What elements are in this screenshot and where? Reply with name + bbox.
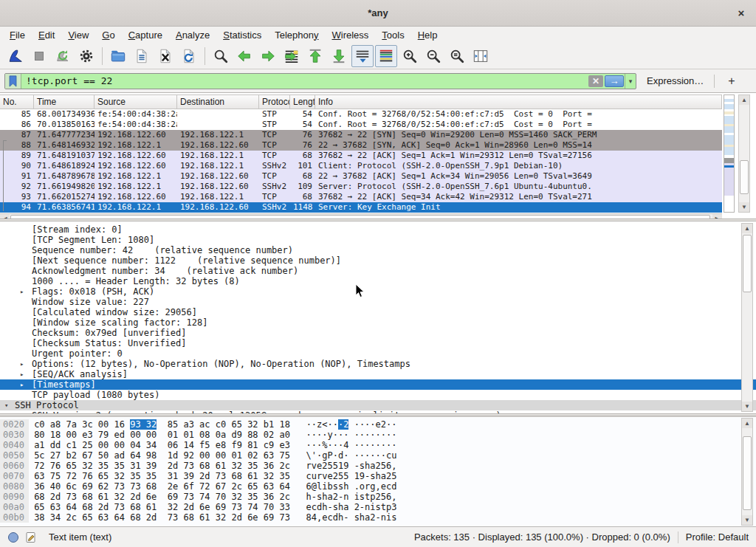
packet-row-85[interactable]: 8568.001734936fe:54:00:d4:38:2aSTP54Conf… [0,109,722,120]
column-header-time[interactable]: Time [34,95,94,109]
detail-row[interactable]: Checksum: 0x79ed [unverified] [0,328,756,338]
start-capture-button[interactable] [4,45,27,67]
menu-file[interactable]: File [3,28,32,42]
packet-row-88[interactable]: 8871.648146932192.168.122.1192.168.122.6… [0,140,722,151]
menu-wireless[interactable]: Wireless [326,28,376,42]
packet-row-92[interactable]: 9271.661949820192.168.122.1192.168.122.6… [0,182,722,192]
detail-row[interactable]: ▸[Timestamps] [0,379,756,390]
menu-view[interactable]: View [61,28,95,42]
expert-info-icon[interactable] [7,531,19,543]
go-back-button[interactable] [233,45,255,67]
detail-row[interactable]: Window size value: 227 [0,297,756,307]
hex-row-0090[interactable]: 0090 68 2d 73 68 61 32 2d 6e 69 73 74 70… [0,492,756,502]
scroll-thumb[interactable] [743,235,752,292]
open-file-button[interactable] [107,45,129,67]
title-bar[interactable]: *any × [0,0,756,27]
display-filter-input[interactable] [21,74,588,89]
detail-row[interactable]: ▸Flags: 0x018 (PSH, ACK) [0,286,756,297]
stop-capture-button[interactable] [28,45,50,67]
scroll-down-arrow[interactable]: ▼ [742,515,752,525]
column-header-protocol[interactable]: Protocol [259,95,290,109]
splitter-details-bytes[interactable] [0,413,756,416]
chevron-right-icon[interactable]: ▸ [20,286,24,297]
menu-capture[interactable]: Capture [122,28,169,42]
resize-columns-button[interactable] [470,45,492,67]
scroll-down-arrow[interactable]: ▼ [742,402,752,411]
display-filter-field[interactable]: ✕ → ▾ [4,73,636,89]
packet-row-86[interactable]: 8670.013850163fe:54:00:d4:38:2aSTP54Conf… [0,120,722,130]
go-last-packet-button[interactable] [328,45,350,67]
scroll-up-arrow[interactable]: ▲ [742,419,752,428]
close-file-button[interactable] [154,45,176,67]
detail-row[interactable]: [Checksum Status: Unverified] [0,338,756,348]
add-filter-button[interactable]: + [722,75,740,88]
menu-statistics[interactable]: Statistics [216,28,268,42]
packet-row-93[interactable]: 9371.662015274192.168.122.60192.168.122.… [0,192,722,202]
reload-file-button[interactable] [178,45,200,67]
find-packet-button[interactable] [210,45,232,67]
chevron-right-icon[interactable]: ▸ [20,369,24,379]
menu-analyze[interactable]: Analyze [169,28,216,42]
menu-help[interactable]: Help [411,28,444,42]
detail-row[interactable]: ▾SSH Protocol [0,400,756,410]
column-header-no[interactable]: No. [0,95,34,109]
hex-row-0080[interactable]: 0080 36 40 6c 69 62 73 73 68 2e 6f 72 67… [0,481,756,492]
capture-options-button[interactable] [75,45,97,67]
detail-row[interactable]: [TCP Segment Len: 1080] [0,235,756,245]
detail-row[interactable]: [Stream index: 0] [0,224,756,235]
capture-comment-icon[interactable] [25,531,37,543]
zoom-in-button[interactable] [399,45,421,67]
detail-row[interactable]: ▸Options: (12 bytes), No-Operation (NOP)… [0,359,756,369]
go-first-packet-button[interactable] [304,45,326,67]
detail-row[interactable]: Urgent pointer: 0 [0,348,756,359]
chevron-right-icon[interactable]: ▸ [20,359,24,369]
hex-row-0040[interactable]: 0040 a1 dd c1 25 00 00 04 34 06 14 f5 e8… [0,440,756,450]
chevron-right-icon[interactable]: ▸ [20,379,24,390]
packet-row-89[interactable]: 8971.648191037192.168.122.60192.168.122.… [0,151,722,161]
packet-row-87[interactable]: 8771.647777234192.168.122.60192.168.122.… [0,130,722,140]
scroll-thumb[interactable] [743,436,752,510]
scroll-up-arrow[interactable]: ▲ [739,95,749,105]
go-forward-button[interactable] [257,45,279,67]
scroll-up-arrow[interactable]: ▲ [742,224,752,233]
status-profile[interactable]: Profile: Default [686,531,749,543]
filter-clear-button[interactable]: ✕ [588,75,603,87]
filter-apply-button[interactable]: → [605,75,624,87]
zoom-reset-button[interactable] [446,45,468,67]
detail-row[interactable]: [Next sequence number: 1122 (relative se… [0,255,756,266]
menu-go[interactable]: Go [95,28,121,42]
zoom-out-button[interactable] [422,45,444,67]
hex-row-00a0[interactable]: 00a0 65 63 64 68 2d 73 68 61 32 2d 6e 69… [0,502,756,512]
menu-edit[interactable]: Edit [32,28,61,42]
save-file-button[interactable] [131,45,153,67]
hex-row-0050[interactable]: 0050 5c 27 b2 67 50 ad 64 98 1d 92 00 00… [0,450,756,461]
scroll-thumb[interactable] [740,160,749,194]
detail-row[interactable]: [Window size scaling factor: 128] [0,317,756,328]
packet-row-91[interactable]: 9171.648789678192.168.122.1192.168.122.6… [0,171,722,182]
colorize-toggle-button[interactable] [375,45,397,67]
detail-row[interactable]: TCP payload (1080 bytes) [0,390,756,400]
filter-bookmark-button[interactable] [5,74,21,89]
bytes-vscrollbar[interactable]: ▲ ▼ [741,418,753,526]
restart-capture-button[interactable] [52,45,74,67]
column-header-destination[interactable]: Destination [177,95,259,109]
scroll-down-arrow[interactable]: ▼ [739,202,749,212]
filter-dropdown-button[interactable]: ▾ [625,74,636,89]
hex-row-0030[interactable]: 0030 80 18 00 e3 79 ed 00 00 01 01 08 0a… [0,430,756,440]
hex-row-0020[interactable]: 0020 c0 a8 7a 3c 00 16 93 32 85 a3 ac c0… [0,419,756,430]
detail-row[interactable]: [Calculated window size: 29056] [0,307,756,317]
column-header-source[interactable]: Source [94,95,177,109]
column-header-info[interactable]: Info [315,95,722,109]
go-to-packet-button[interactable] [281,45,303,67]
detail-row[interactable]: Sequence number: 42 (relative sequence n… [0,245,756,255]
menu-tools[interactable]: Tools [375,28,410,42]
packet-row-94[interactable]: 9471.663856741192.168.122.1192.168.122.6… [0,202,722,213]
hex-row-0070[interactable]: 0070 63 75 72 76 65 32 35 35 31 39 2d 73… [0,471,756,481]
packet-list-minimap[interactable] [724,94,735,213]
packet-list-vscrollbar[interactable]: ▲ ▼ [738,94,750,213]
detail-row[interactable]: 1000 .... = Header Length: 32 bytes (8) [0,276,756,286]
detail-row[interactable]: ▸[SEQ/ACK analysis] [0,369,756,379]
details-vscrollbar[interactable]: ▲ ▼ [741,223,753,412]
packet-row-90[interactable]: 9071.648618924192.168.122.60192.168.122.… [0,161,722,171]
auto-scroll-toggle-button[interactable] [351,45,374,67]
